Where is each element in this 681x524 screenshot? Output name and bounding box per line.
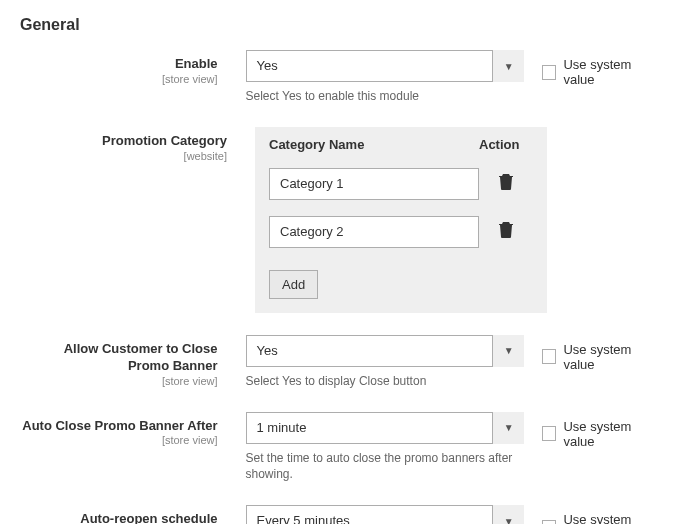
enable-scope: [store view] [20, 73, 218, 85]
column-header-name: Category Name [269, 137, 479, 152]
category-name-input[interactable] [269, 216, 479, 248]
enable-use-system-label: Use system value [563, 57, 661, 87]
allow-close-select-value: Yes [246, 335, 525, 367]
allow-close-note: Select Yes to display Close button [246, 373, 525, 390]
promotion-category-scope: [website] [20, 150, 227, 162]
auto-close-after-use-system-checkbox[interactable] [542, 426, 556, 441]
auto-reopen-label: Auto-reopen schedule [80, 511, 217, 524]
allow-close-use-system-checkbox[interactable] [542, 349, 556, 364]
auto-close-after-use-system-label: Use system value [563, 419, 661, 449]
enable-use-system-checkbox[interactable] [542, 65, 556, 80]
category-name-input[interactable] [269, 168, 479, 200]
enable-select[interactable]: Yes ▼ [246, 50, 525, 82]
auto-close-after-select-value: 1 minute [246, 412, 525, 444]
trash-icon[interactable] [479, 174, 533, 194]
allow-close-label: Allow Customer to Close Promo Banner [64, 341, 218, 373]
field-promotion-category: Promotion Category [website] Category Na… [20, 127, 661, 313]
trash-icon[interactable] [479, 222, 533, 242]
auto-reopen-select-value: Every 5 minutes [246, 505, 525, 524]
field-auto-reopen: Auto-reopen schedule [store view] Every … [20, 505, 661, 524]
enable-note: Select Yes to enable this module [246, 88, 525, 105]
enable-select-value: Yes [246, 50, 525, 82]
table-row [255, 160, 547, 208]
column-header-action: Action [479, 137, 533, 152]
auto-close-after-note: Set the time to auto close the promo ban… [246, 450, 525, 484]
auto-close-after-select[interactable]: 1 minute ▼ [246, 412, 525, 444]
auto-reopen-use-system-label: Use system value [563, 512, 661, 524]
add-button[interactable]: Add [269, 270, 318, 299]
auto-reopen-use-system-checkbox[interactable] [542, 520, 556, 524]
field-allow-close: Allow Customer to Close Promo Banner [st… [20, 335, 661, 390]
field-enable: Enable [store view] Yes ▼ Select Yes to … [20, 50, 661, 105]
allow-close-scope: [store view] [20, 375, 218, 387]
enable-label: Enable [175, 56, 218, 71]
table-row [255, 208, 547, 256]
promotion-category-table: Category Name Action Add [255, 127, 547, 313]
auto-close-after-label: Auto Close Promo Banner After [22, 418, 217, 433]
field-auto-close-after: Auto Close Promo Banner After [store vie… [20, 412, 661, 484]
auto-reopen-select[interactable]: Every 5 minutes ▼ [246, 505, 525, 524]
allow-close-use-system-label: Use system value [563, 342, 661, 372]
allow-close-select[interactable]: Yes ▼ [246, 335, 525, 367]
auto-close-after-scope: [store view] [20, 434, 218, 446]
promotion-category-label: Promotion Category [102, 133, 227, 148]
section-title: General [20, 10, 661, 50]
